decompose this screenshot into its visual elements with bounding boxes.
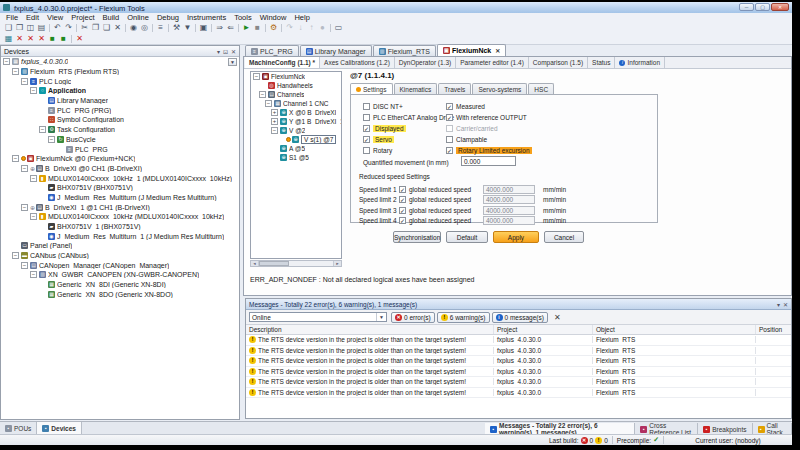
settings-tab-servo-systems[interactable]: Servo-systems (472, 83, 527, 94)
sub-tab-machineconfig-1-1-[interactable]: MachineConfig (1.1) * (245, 57, 320, 68)
checkbox-unchecked[interactable] (363, 147, 370, 154)
menu-edit[interactable]: Edit (22, 13, 43, 22)
expander-icon[interactable]: + (271, 118, 278, 125)
expander-icon[interactable]: − (259, 91, 266, 98)
machine-tree-item[interactable]: +⊕X @0 B_DriveXI (251, 108, 341, 117)
device-tree-item[interactable]: −⊕▤B_DriveXI @0 CH1 (B-DriveXI) (1, 164, 239, 174)
settings-tab-hsc[interactable]: HSC (528, 83, 554, 94)
close-icon[interactable]: ✕ (771, 3, 789, 11)
machine-tree-item[interactable]: ⊕V s(1) @7 (251, 135, 341, 144)
panel-close-icon[interactable]: ✕ (231, 48, 236, 55)
build-icon[interactable]: ▼ (182, 23, 193, 33)
menu-debug[interactable]: Debug (153, 13, 183, 22)
enable-green-2-icon[interactable]: ■ (58, 34, 69, 44)
device-tree-item[interactable]: −▮MDLUX0140ICxxxx_10kHz (MDLUX0140ICxxxx… (1, 212, 239, 222)
machine-tree-item[interactable]: ◎Handwheels (251, 81, 341, 90)
checkbox-checked[interactable]: ✓ (399, 196, 406, 203)
messages-menu-icon[interactable]: ▾ (777, 301, 780, 308)
speed-value-input[interactable]: 4000.000 (483, 206, 535, 215)
step-into-icon[interactable]: ↓ (295, 23, 306, 33)
copy-icon[interactable]: ❐ (90, 23, 101, 33)
column-header-description[interactable]: Description (246, 325, 494, 334)
column-header-position[interactable]: Position (756, 325, 791, 334)
device-tree-item[interactable]: ▦Generic_XN_8DO (Generic XN-8DO) (1, 290, 239, 300)
checkbox-checked[interactable]: ✓ (363, 136, 370, 143)
machine-tree-item[interactable]: −⊕V @2 (251, 126, 341, 135)
sub-tab-parameter-editor-1-4-[interactable]: Parameter editor (1.4) (456, 57, 529, 68)
warning-filter-button[interactable]: !6 warning(s) (437, 312, 490, 323)
default-button[interactable]: Default (446, 231, 488, 243)
expander-icon[interactable]: − (48, 136, 55, 143)
error-filter-button[interactable]: ✕0 error(s) (391, 312, 435, 323)
new-project-icon[interactable]: ❑ (3, 23, 14, 33)
checkbox-checked[interactable]: ✓ (446, 103, 453, 110)
expander-icon[interactable]: − (30, 271, 37, 278)
message-row[interactable]: !The RTS device version in the project i… (246, 356, 791, 367)
device-tree-item[interactable]: −▬CANbus (CANbus) (1, 251, 239, 261)
speed-value-input[interactable]: 4000.000 (483, 195, 535, 204)
doc-tab-library-manager[interactable]: ▤Library Manager (300, 45, 372, 56)
settings-tab-kinematics[interactable]: Kinematics (394, 83, 438, 94)
delete-icon[interactable]: ✕ (112, 23, 123, 33)
settings-tab-settings[interactable]: Settings (350, 83, 393, 94)
device-tree-item[interactable]: −▥Flexium_RTS (Flexium RTS) (1, 67, 239, 77)
login-icon[interactable]: ⇒ (214, 23, 225, 33)
panel-float-icon[interactable]: ⊡ (223, 48, 228, 55)
expander-icon[interactable]: − (253, 73, 260, 80)
machine-tree-item[interactable]: ⊕S1 @5 (251, 153, 341, 162)
message-row[interactable]: !The RTS device version in the project i… (246, 335, 791, 346)
device-tree-item[interactable]: ∷Symbol Configuration (1, 115, 239, 125)
remove-axis-2-icon[interactable]: ✕ (25, 34, 36, 44)
messages-filter-select[interactable]: Online ▼ (249, 312, 387, 322)
device-tree-item[interactable]: −⚙Task Configuration (1, 125, 239, 135)
expander-icon[interactable]: − (30, 175, 37, 182)
find-icon[interactable]: ◉ (128, 23, 139, 33)
bottom-tab-devices[interactable]: ▪Devices (37, 422, 82, 434)
device-tree-item[interactable]: ≡PLC_PRG (1, 144, 239, 154)
sub-tab-axes-calibrations-1-2-[interactable]: Axes Calibrations (1.2) (320, 57, 395, 68)
expander-icon[interactable]: − (271, 127, 278, 134)
save-icon[interactable]: ◫ (25, 23, 36, 33)
library-icon[interactable]: ≡ (155, 23, 166, 33)
menu-online[interactable]: Online (123, 13, 153, 22)
open-project-icon[interactable]: ❒ (14, 23, 25, 33)
panel-menu-icon[interactable]: ▾ (217, 48, 220, 55)
checkbox-checked[interactable]: ✓ (446, 147, 453, 154)
speed-value-input[interactable]: 4000.000 (483, 185, 535, 194)
nck-device-icon[interactable]: ▦ (3, 34, 14, 44)
expander-icon[interactable]: − (12, 68, 19, 75)
toggle-breakpoint-icon[interactable]: ● (317, 23, 328, 33)
machine-tree-item[interactable]: +⊕Y @1 B_DriveXI_1 (251, 117, 341, 126)
doc-tab-flexiumnck[interactable]: ▣FlexiumNck✕ (437, 44, 506, 56)
remove-axis-icon[interactable]: ✕ (14, 34, 25, 44)
expander-icon[interactable]: − (30, 213, 37, 220)
device-tree-item[interactable]: ▰BHX0751V (BHX0751V) (1, 183, 239, 193)
column-header-object[interactable]: Object (593, 325, 756, 334)
menu-tools[interactable]: Tools (230, 13, 256, 22)
device-tree-item[interactable]: ◉J_Medium_Res_Multiturn (J Medium Res Mu… (1, 193, 239, 203)
device-tree-item[interactable]: −⊕▤B_DriveXI_1 @1 CH1 (B-DriveXI) (1, 202, 239, 212)
expander-icon[interactable]: − (30, 87, 37, 94)
sub-tab-status[interactable]: Status (588, 57, 615, 68)
sub-tab-information[interactable]: iInformation (615, 57, 665, 68)
device-tree-item[interactable]: −○Application (1, 86, 239, 96)
machine-tree-item[interactable]: −▣FlexiumNck (251, 72, 341, 81)
checkbox-checked[interactable]: ✓ (399, 186, 406, 193)
device-tree-item[interactable]: −▣FlexiumNck @0 (Flexium+NCK) (1, 154, 239, 164)
print-icon[interactable]: ▤ (36, 23, 47, 33)
enable-green-icon[interactable]: ■ (47, 34, 58, 44)
expander-icon[interactable]: − (3, 58, 10, 65)
device-tree-item[interactable]: −▮MDLUX0140ICxxxx_10kHz_1 (MDLUX0140ICxx… (1, 173, 239, 183)
device-tree-item[interactable]: ▰BHX0751V_1 (BHX0751V) (1, 222, 239, 232)
offline-red-icon[interactable]: ✕ (74, 34, 85, 44)
menu-project[interactable]: Project (67, 13, 98, 22)
device-tree-item[interactable]: ▦Generic_XN_8DI (Generic XN-8DI) (1, 280, 239, 290)
checkbox-unchecked[interactable] (363, 103, 370, 110)
start-icon[interactable]: ► (241, 23, 252, 33)
scroll-thumb[interactable] (259, 261, 289, 266)
speed-value-input[interactable]: 4000.000 (483, 216, 535, 225)
machine-tree-item[interactable]: −▦Channel 1 CNC (251, 99, 341, 108)
menu-build[interactable]: Build (99, 13, 124, 22)
device-tree-item[interactable]: ▭Panel (Panel) (1, 241, 239, 251)
maximize-icon[interactable]: ▢ (755, 3, 770, 11)
